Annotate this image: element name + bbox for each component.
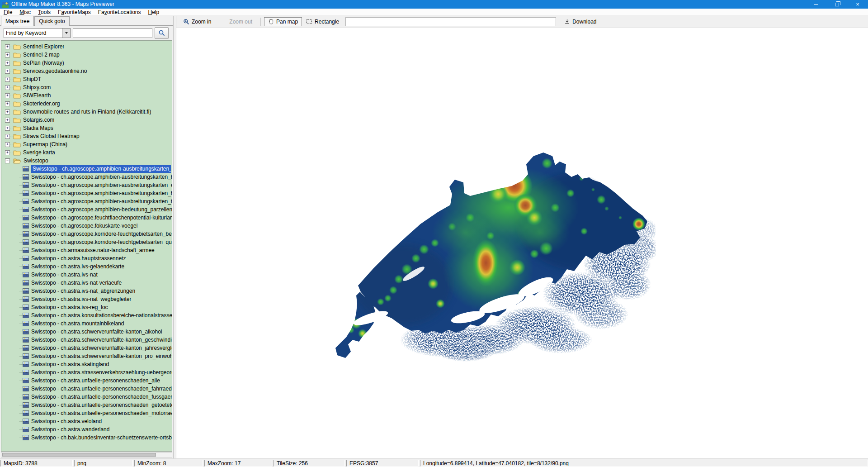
close-button[interactable]: ×	[847, 0, 868, 9]
zoom-in-button[interactable]: Zoom in	[179, 17, 215, 26]
expand-icon[interactable]: +	[5, 118, 10, 123]
tree-map-layer[interactable]: Swisstopo - ch.astra.konsultationsbereic…	[1, 311, 172, 319]
map-layer-icon	[23, 174, 29, 180]
tree-map-layer[interactable]: Swisstopo - ch.bak.bundesinventar-schuet…	[1, 434, 172, 442]
menu-tools[interactable]: Tools	[34, 9, 54, 16]
tree-map-layer[interactable]: Swisstopo - ch.agroscope.fokuskarte-voeg…	[1, 222, 172, 230]
tree-map-layer[interactable]: Swisstopo - ch.astra.unfaelle-personensc…	[1, 401, 172, 409]
menu-favoritelocations[interactable]: FavoriteLocations	[94, 9, 145, 16]
tree-map-layer[interactable]: Swisstopo - ch.astra.ivs-nat	[1, 271, 172, 279]
tree-item-seplan-norway[interactable]: +SePlan (Norway)	[1, 59, 172, 67]
tree-map-layer[interactable]: Swisstopo - ch.astra.veloland	[1, 417, 172, 425]
tree-item-supermap-china[interactable]: +Supermap (China)	[1, 140, 172, 148]
tree-horizontal-scrollbar[interactable]	[1, 452, 172, 457]
menu-favoritemaps[interactable]: FavoriteMaps	[54, 9, 94, 16]
restore-button[interactable]	[826, 0, 847, 9]
tree-map-layer-label: Swisstopo - ch.agroscope.amphibien-ausbr…	[31, 190, 172, 196]
tree-item-skoterleder-org[interactable]: +Skoterleder.org	[1, 100, 172, 108]
rectangle-label: Rectangle	[315, 19, 339, 25]
tree-map-layer[interactable]: Swisstopo - ch.astra.skatingland	[1, 360, 172, 368]
expand-icon[interactable]: +	[5, 150, 10, 155]
pan-map-toggle[interactable]: Pan map	[264, 17, 302, 26]
tree-map-layer[interactable]: Swisstopo - ch.astra.schwerverunfallte-k…	[1, 328, 172, 336]
zoom-out-button[interactable]: Zoom out	[225, 17, 256, 26]
panel-splitter[interactable]	[173, 16, 176, 458]
tree-item-siweiearth[interactable]: +SIWEIearth	[1, 91, 172, 100]
tree-item-services-geodataonline-no[interactable]: +Services.geodataonline.no	[1, 67, 172, 75]
tree-map-layer[interactable]: Swisstopo - ch.agroscope.amphibien-ausbr…	[1, 189, 172, 197]
tree-map-layer[interactable]: Swisstopo - ch.astra.hauptstrassennetz	[1, 254, 172, 262]
expand-icon[interactable]: +	[5, 85, 10, 90]
expand-icon[interactable]: +	[5, 142, 10, 147]
download-button[interactable]: Download	[560, 17, 600, 26]
tree-map-layer[interactable]: Swisstopo - ch.agroscope.korridore-feuch…	[1, 238, 172, 246]
tree-map-layer[interactable]: Swisstopo - ch.astra.ivs-nat_wegbegleite…	[1, 295, 172, 303]
map-viewport[interactable]	[176, 27, 868, 458]
rectangle-button[interactable]: Rectangle	[302, 17, 343, 26]
tree-map-layer[interactable]: Swisstopo - ch.astra.ivs-nat-verlaeufe	[1, 279, 172, 287]
tree-item-solargis-com[interactable]: +Solargis.com	[1, 116, 172, 124]
tree-item-snowmobile-routes-and-ruts-in-finland-kelkkareitit-fi[interactable]: +Snowmobile routes and ruts in Finland (…	[1, 108, 172, 116]
search-input[interactable]	[73, 28, 152, 38]
find-mode-combobox[interactable]: Find by Keyword	[4, 28, 71, 38]
expand-icon[interactable]: +	[5, 69, 10, 74]
tree-hscroll-thumb[interactable]	[2, 453, 156, 457]
minimize-button[interactable]	[806, 0, 826, 9]
tree-map-layer[interactable]: Swisstopo - ch.astra.ivs-reg_loc	[1, 303, 172, 311]
tree-map-layer[interactable]: Swisstopo - ch.astra.unfaelle-personensc…	[1, 385, 172, 393]
tab-quick-goto[interactable]: Quick goto	[34, 16, 69, 26]
tree-map-layer[interactable]: Swisstopo - ch.agroscope.amphibien-ausbr…	[1, 173, 172, 181]
tree-map-layer[interactable]: Swisstopo - ch.astra.unfaelle-personensc…	[1, 376, 172, 385]
tree-map-layer[interactable]: Swisstopo - ch.astra.schwerverunfallte-k…	[1, 352, 172, 360]
tree-item-shipdt[interactable]: +ShipDT	[1, 75, 172, 83]
expand-icon[interactable]: +	[5, 126, 10, 131]
tree-map-layer[interactable]: Swisstopo - ch.agroscope.amphibien-bedeu…	[1, 205, 172, 214]
menu-misc[interactable]: Misc	[16, 9, 34, 16]
expand-icon[interactable]: +	[5, 77, 10, 82]
expand-icon[interactable]: +	[5, 61, 10, 66]
tree-map-layer[interactable]: Swisstopo - ch.astra.ivs-nat_abgrenzunge…	[1, 287, 172, 295]
left-panel: Maps tree Quick goto Find by Keyword +Se…	[0, 16, 173, 458]
tree-map-layer[interactable]: Swisstopo - ch.astra.schwerverunfallte-k…	[1, 344, 172, 352]
tree-map-layer[interactable]: Swisstopo - ch.agroscope.feuchtflaechenp…	[1, 214, 172, 222]
tree-map-layer[interactable]: Swisstopo - ch.astra.strassenverkehrszae…	[1, 368, 172, 376]
tree-item-shipxy-com[interactable]: +Shipxy.com	[1, 83, 172, 91]
tree-item-sentinel-2-map[interactable]: +Sentinel-2 map	[1, 51, 172, 59]
tree-map-layer[interactable]: Swisstopo - ch.astra.wanderland	[1, 425, 172, 434]
expand-icon[interactable]: +	[5, 110, 10, 114]
tree-item-label: ShipDT	[23, 76, 41, 82]
collapse-icon[interactable]: −	[5, 158, 10, 163]
tree-item-swisstopo[interactable]: −Swisstopo	[1, 157, 172, 165]
tree-item-stadia-maps[interactable]: +Stadia Maps	[1, 124, 172, 132]
expand-icon[interactable]: +	[5, 101, 10, 106]
tree-map-layer[interactable]: Swisstopo - ch.astra.schwerverunfallte-k…	[1, 336, 172, 344]
menu-file[interactable]: File	[0, 9, 16, 16]
tree-map-layer-label: Swisstopo - ch.agroscope.korridore-feuch…	[31, 239, 172, 245]
tree-map-layer[interactable]: Swisstopo - ch.agroscope.amphibien-ausbr…	[1, 197, 172, 205]
tree-item-label: Supermap (China)	[23, 141, 67, 148]
tree-map-layer[interactable]: Swisstopo - ch.armasuisse.natur-landscha…	[1, 246, 172, 254]
tree-map-layer[interactable]: Swisstopo - ch.astra.ivs-gelaendekarte	[1, 262, 172, 271]
expand-icon[interactable]: +	[5, 44, 10, 49]
tree-map-layer[interactable]: Swisstopo - ch.agroscope.korridore-feuch…	[1, 230, 172, 238]
tree-item-sentinel-explorer[interactable]: +Sentinel Explorer	[1, 43, 172, 51]
tree-map-layer[interactable]: Swisstopo - ch.astra.mountainbikeland	[1, 319, 172, 328]
tree-item-strava-global-heatmap[interactable]: +Strava Global Heatmap	[1, 132, 172, 140]
map-layer-icon	[23, 296, 29, 302]
tree-map-layer-label: Swisstopo - ch.astra.schwerverunfallte-k…	[31, 329, 162, 335]
tree-map-layer[interactable]: Swisstopo - ch.astra.unfaelle-personensc…	[1, 409, 172, 417]
expand-icon[interactable]: +	[5, 52, 10, 57]
tree-map-layer-label: Swisstopo - ch.astra.unfaelle-personensc…	[31, 402, 172, 408]
tree-map-layer-selected[interactable]: Swisstopo - ch.agroscope.amphibien-ausbr…	[1, 165, 172, 173]
expand-icon[interactable]: +	[5, 134, 10, 139]
tab-maps-tree[interactable]: Maps tree	[1, 16, 34, 26]
menu-help[interactable]: Help	[145, 9, 163, 16]
expand-icon[interactable]: +	[5, 93, 10, 98]
chevron-down-icon[interactable]	[62, 29, 70, 38]
search-button[interactable]	[155, 27, 169, 39]
tree-item-sverige-karta[interactable]: +Sverige karta	[1, 148, 172, 157]
tree-map-layer[interactable]: Swisstopo - ch.astra.unfaelle-personensc…	[1, 393, 172, 401]
toolbar-path-input[interactable]	[345, 17, 556, 26]
tree-map-layer-label: Swisstopo - ch.astra.ivs-nat_wegbegleite…	[31, 296, 131, 302]
tree-map-layer[interactable]: Swisstopo - ch.agroscope.amphibien-ausbr…	[1, 181, 172, 189]
